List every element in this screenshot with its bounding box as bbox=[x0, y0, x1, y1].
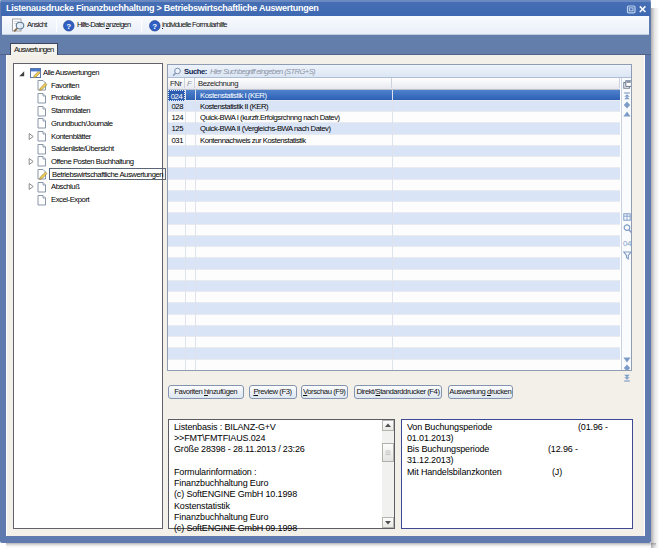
svg-text:04: 04 bbox=[623, 239, 632, 247]
svg-text:?: ? bbox=[152, 21, 157, 30]
svg-text:?: ? bbox=[66, 21, 71, 30]
